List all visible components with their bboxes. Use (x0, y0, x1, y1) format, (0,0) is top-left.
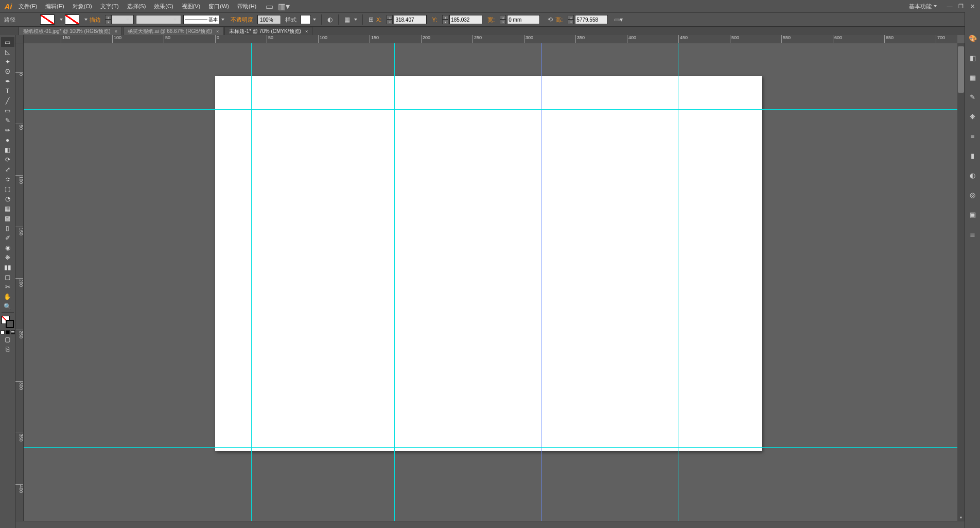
pencil-tool[interactable]: ✏ (1, 125, 14, 135)
stroke-weight-select[interactable] (111, 15, 134, 24)
ruler-horizontal[interactable]: 1501005005010015020025030035040045050055… (24, 35, 957, 43)
hand-tool[interactable]: ✋ (1, 292, 14, 301)
close-tab-icon[interactable]: × (216, 29, 219, 34)
gradient-panel-icon[interactable]: ▮ (968, 150, 978, 161)
align-icon[interactable]: ▦ (342, 14, 352, 25)
layers-panel-icon[interactable]: ≣ (968, 229, 978, 239)
eyedropper-tool[interactable]: ✐ (1, 233, 14, 243)
slice-tool[interactable]: ✂ (1, 282, 14, 292)
menu-item[interactable]: 窗口(W) (204, 0, 233, 12)
close-button[interactable]: ✕ (967, 1, 978, 12)
stroke-profile-select[interactable]: 基本 (183, 15, 219, 24)
menu-item[interactable]: 文字(T) (96, 0, 123, 12)
magic-wand-tool[interactable]: ✦ (1, 57, 14, 66)
fill-stroke-control[interactable] (2, 316, 14, 328)
document-setup-icon[interactable]: ▭ (264, 1, 275, 12)
w-input[interactable] (507, 15, 540, 24)
gradient-tool[interactable]: ▯ (1, 223, 14, 233)
document-tab[interactable]: 杨笑天报纸.ai @ 66.67% (RGB/预览)× (123, 27, 223, 35)
arrange-documents-icon[interactable]: ▥▾ (278, 1, 289, 12)
width-tool[interactable]: ≎ (1, 174, 14, 184)
menu-item[interactable]: 编辑(E) (41, 0, 68, 12)
chevron-down-icon[interactable] (313, 19, 316, 21)
paintbrush-tool[interactable]: ✎ (1, 115, 14, 125)
constrain-proportions-icon[interactable]: ⟲ (545, 14, 555, 25)
shape-builder-tool[interactable]: ◔ (1, 194, 14, 203)
transform-anchor-icon[interactable]: ⊞ (366, 14, 376, 25)
pen-tool[interactable]: ✒ (1, 76, 14, 86)
menu-item[interactable]: 帮助(H) (233, 0, 260, 12)
zoom-tool[interactable]: 🔍 (1, 301, 14, 311)
ruler-origin[interactable] (15, 35, 24, 43)
brushes-panel-icon[interactable]: ✎ (968, 92, 978, 102)
color-guide-panel-icon[interactable]: ◧ (968, 53, 978, 63)
document-tab[interactable]: 未标题-1* @ 70% (CMYK/预览)× (224, 27, 312, 35)
workspace-selector[interactable]: 基本功能 (904, 0, 944, 12)
symbol-sprayer-tool[interactable]: ❋ (1, 252, 14, 262)
artboard-tool[interactable]: ▢ (1, 272, 14, 282)
menu-item[interactable]: 对象(O) (68, 0, 96, 12)
y-input[interactable] (449, 15, 482, 24)
guide-vertical[interactable] (678, 43, 678, 521)
fill-swatch[interactable] (40, 14, 55, 25)
recolor-icon[interactable]: ◐ (325, 14, 335, 25)
menu-item[interactable]: 视图(V) (178, 0, 205, 12)
free-transform-tool[interactable]: ⬚ (1, 184, 14, 194)
y-stepper[interactable]: ▴▾ (442, 15, 448, 24)
guide-horizontal[interactable] (24, 109, 957, 110)
stroke-swatch[interactable] (65, 14, 79, 25)
w-stepper[interactable]: ▴▾ (500, 15, 506, 24)
chevron-down-icon[interactable] (221, 19, 224, 21)
vertical-scrollbar[interactable]: ▴ ▾ (957, 43, 965, 521)
scroll-down-arrow-icon[interactable]: ▾ (957, 514, 965, 521)
h-stepper[interactable]: ▴▾ (568, 15, 574, 24)
menu-item[interactable]: 效果(C) (150, 0, 177, 12)
rectangle-tool[interactable]: ▭ (1, 106, 14, 115)
transparency-panel-icon[interactable]: ◐ (968, 170, 978, 180)
stroke-label[interactable]: 描边 (90, 16, 101, 24)
guide-vertical[interactable] (394, 43, 395, 521)
eraser-tool[interactable]: ◧ (1, 145, 14, 155)
maximize-button[interactable]: ❐ (955, 1, 967, 12)
swatches-panel-icon[interactable]: ▦ (968, 72, 978, 82)
lasso-tool[interactable]: ʘ (1, 66, 14, 76)
menu-item[interactable]: 选择(S) (123, 0, 150, 12)
transform-options-icon[interactable]: ▭▾ (613, 14, 623, 25)
chevron-down-icon[interactable] (84, 19, 87, 21)
guide-vertical[interactable] (251, 43, 252, 521)
scrollbar-thumb[interactable] (958, 46, 964, 93)
canvas-viewport[interactable] (24, 43, 957, 521)
x-stepper[interactable]: ▴▾ (387, 15, 393, 24)
graphic-style-select[interactable] (301, 15, 311, 24)
appearance-panel-icon[interactable]: ◎ (968, 190, 978, 200)
blend-tool[interactable]: ◉ (1, 243, 14, 252)
change-screen-mode-icon[interactable]: ⎘ (1, 344, 14, 354)
menu-item[interactable]: 文件(F) (14, 0, 41, 12)
close-tab-icon[interactable]: × (305, 29, 308, 34)
symbols-panel-icon[interactable]: ❋ (968, 111, 978, 122)
mesh-tool[interactable]: ▩ (1, 213, 14, 223)
opacity-label[interactable]: 不透明度 (231, 16, 253, 24)
artboard[interactable] (215, 76, 762, 451)
opacity-select[interactable]: 100% (257, 15, 281, 24)
stroke-panel-icon[interactable]: ≡ (968, 131, 978, 141)
x-input[interactable] (394, 15, 427, 24)
perspective-grid-tool[interactable]: ▦ (1, 203, 14, 213)
type-tool[interactable]: T (1, 86, 14, 96)
color-mode-row[interactable] (1, 330, 15, 334)
stroke-weight-stepper[interactable]: ▴▾ (105, 15, 111, 24)
chevron-down-icon[interactable] (60, 19, 63, 21)
column-graph-tool[interactable]: ▮▮ (1, 262, 14, 272)
ruler-vertical[interactable]: 050100150200250300350400 (15, 43, 24, 521)
selection-tool[interactable]: ▭ (1, 37, 14, 47)
close-tab-icon[interactable]: × (115, 29, 117, 34)
minimize-button[interactable]: — (944, 1, 955, 12)
screen-mode-icon[interactable]: ▢ (1, 334, 14, 344)
guide-horizontal[interactable] (24, 447, 957, 448)
color-panel-icon[interactable]: 🎨 (968, 33, 978, 43)
line-tool[interactable]: ╱ (1, 96, 14, 106)
chevron-down-icon[interactable] (354, 19, 357, 21)
graphic-styles-panel-icon[interactable]: ▣ (968, 209, 978, 219)
blob-brush-tool[interactable]: ● (1, 135, 14, 145)
brush-def-select[interactable] (136, 15, 181, 24)
